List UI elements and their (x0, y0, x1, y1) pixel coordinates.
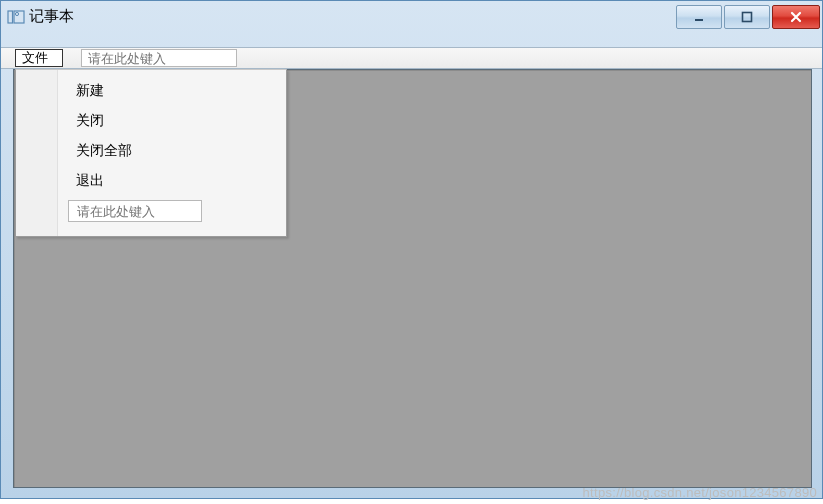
menu-item-close-all[interactable]: 关闭全部 (58, 136, 286, 166)
dropdown-gutter (16, 70, 58, 236)
menu-search-wrapper (81, 48, 237, 68)
svg-point-2 (15, 12, 18, 15)
svg-rect-4 (743, 13, 752, 22)
close-button[interactable] (772, 5, 820, 29)
svg-rect-3 (695, 19, 703, 21)
menubar: 文件 (1, 47, 822, 69)
minimize-button[interactable] (676, 5, 722, 29)
titlebar: 记事本 (1, 1, 822, 47)
titlebar-left: 记事本 (7, 5, 74, 26)
menu-file-label: 文件 (22, 49, 48, 67)
app-icon (7, 8, 25, 26)
menu-item-close[interactable]: 关闭 (58, 106, 286, 136)
app-window: 记事本 文件 新建 关闭 关闭全部 (0, 0, 823, 499)
file-dropdown: 新建 关闭 关闭全部 退出 (15, 69, 287, 237)
window-controls (676, 5, 822, 29)
dropdown-input-row (58, 196, 286, 230)
app-title: 记事本 (29, 7, 74, 26)
menu-search-input[interactable] (81, 49, 237, 67)
svg-rect-0 (8, 11, 13, 23)
dropdown-items: 新建 关闭 关闭全部 退出 (58, 70, 286, 236)
menu-file[interactable]: 文件 (15, 49, 63, 67)
menu-item-new[interactable]: 新建 (58, 76, 286, 106)
menu-item-exit[interactable]: 退出 (58, 166, 286, 196)
maximize-button[interactable] (724, 5, 770, 29)
dropdown-input[interactable] (68, 200, 202, 222)
